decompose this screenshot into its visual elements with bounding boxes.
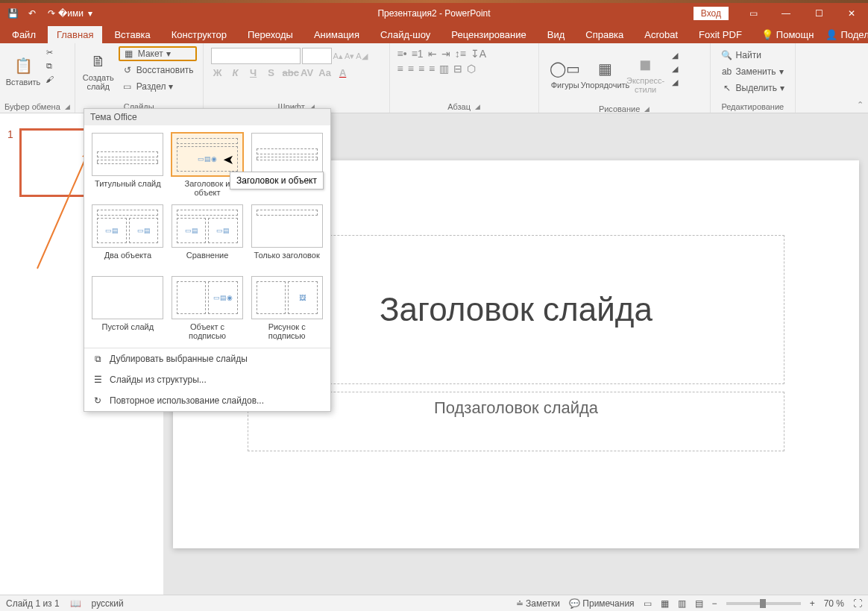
align-text-icon[interactable]: ⊟ — [453, 63, 462, 75]
layout-title-slide[interactable]: Титульный слайд — [90, 131, 166, 198]
decrease-font-icon[interactable]: A▾ — [345, 51, 354, 61]
share-button[interactable]: 👤 Поделиться — [821, 26, 868, 43]
zoom-level[interactable]: 70 % — [824, 598, 844, 609]
find-button[interactable]: 🔍Найти — [718, 48, 764, 63]
quick-styles-button[interactable]: ◼ Экспресс- стили — [627, 48, 664, 100]
tab-acrobat[interactable]: Acrobat — [635, 26, 687, 43]
reuse-slides-item[interactable]: ↻ Повторное использование слайдов... — [84, 390, 330, 411]
tab-view[interactable]: Вид — [538, 26, 574, 43]
reset-button[interactable]: ↺ Восстановить — [119, 63, 197, 78]
status-bar: Слайд 1 из 1 📖 русский ≐ Заметки 💬 Приме… — [0, 595, 868, 611]
normal-view-icon[interactable]: ▭ — [644, 598, 652, 609]
para-launcher-icon[interactable]: ◢ — [475, 103, 480, 110]
spacing-icon[interactable]: AV — [301, 67, 314, 78]
arrange-button[interactable]: ▦ Упорядочить — [587, 48, 624, 100]
format-painter-icon[interactable]: 🖌 — [43, 73, 55, 85]
ribbon: 📋 Вставить ✂ ⧉ 🖌 Буфер обмена ◢ 🗎 Создат… — [0, 43, 868, 113]
tab-animations[interactable]: Анимация — [305, 26, 368, 43]
tab-review[interactable]: Рецензирование — [442, 26, 535, 43]
increase-font-icon[interactable]: A▴ — [333, 51, 343, 61]
paste-button[interactable]: 📋 Вставить — [4, 45, 42, 97]
comments-button[interactable]: 💬 Примечания — [569, 598, 635, 609]
font-color-icon[interactable]: A — [336, 67, 350, 78]
numbering-icon[interactable]: ≡1 — [412, 48, 424, 60]
justify-icon[interactable]: ≡ — [429, 63, 435, 75]
italic-icon[interactable]: К — [229, 67, 242, 78]
shape-effects-icon[interactable]: ◢ — [669, 76, 681, 88]
shape-fill-icon[interactable]: ◢ — [669, 49, 681, 61]
underline-icon[interactable]: Ч — [247, 67, 260, 78]
tab-help[interactable]: Справка — [576, 26, 632, 43]
new-slide-icon: 🗎 — [88, 51, 109, 72]
zoom-slider[interactable] — [726, 602, 801, 605]
text-direction-icon[interactable]: ↧A — [471, 48, 486, 60]
align-right-icon[interactable]: ≡ — [418, 63, 424, 75]
notes-button[interactable]: ≐ Заметки — [516, 598, 560, 609]
case-icon[interactable]: Aa — [318, 67, 332, 78]
replace-button[interactable]: abЗаменить ▾ — [718, 64, 787, 79]
qat-undo-icon[interactable]: ↶ — [25, 7, 39, 20]
copy-icon[interactable]: ⧉ — [43, 60, 55, 72]
group-drawing: ◯▭ Фигуры ▦ Упорядочить ◼ Экспресс- стил… — [539, 43, 711, 113]
layout-two-content[interactable]: ▭▤▭▤ Два объекта — [90, 203, 166, 270]
layout-content-caption[interactable]: ▭▤◉ Объект с подписью — [170, 275, 245, 342]
align-center-icon[interactable]: ≡ — [408, 63, 414, 75]
bold-icon[interactable]: Ж — [211, 67, 224, 78]
language-status[interactable]: русский — [92, 598, 124, 609]
new-slide-button[interactable]: 🗎 Создать слайд — [80, 45, 117, 97]
drawing-launcher-icon[interactable]: ◢ — [644, 105, 650, 113]
tab-transitions[interactable]: Переходы — [239, 26, 302, 43]
tab-slideshow[interactable]: Слайд-шоу — [371, 26, 439, 43]
minimize-icon[interactable]: — — [770, 3, 802, 24]
layout-comparison[interactable]: ▭▤▭▤ Сравнение — [170, 203, 245, 270]
layout-button[interactable]: ▦ Макет ▾ — [119, 46, 197, 61]
line-spacing-icon[interactable]: ↕≡ — [455, 48, 466, 60]
tab-foxit[interactable]: Foxit PDF — [690, 26, 751, 43]
layout-picture-caption[interactable]: 🖼 Рисунок с подписью — [249, 275, 324, 342]
strike-icon[interactable]: abc — [283, 67, 296, 78]
tab-file[interactable]: Файл — [3, 26, 45, 43]
layout-blank[interactable]: Пустой слайд — [90, 275, 166, 342]
bullets-icon[interactable]: ≡• — [397, 48, 407, 60]
zoom-out-icon[interactable]: − — [712, 598, 717, 609]
qat-start-icon[interactable]: �ими — [64, 7, 78, 20]
align-left-icon[interactable]: ≡ — [397, 63, 403, 75]
ribbon-display-icon[interactable]: ▭ — [737, 3, 770, 24]
columns-icon[interactable]: ▥ — [439, 63, 449, 75]
slides-from-outline-item[interactable]: ☰ Слайды из структуры... — [84, 369, 330, 390]
spellcheck-icon[interactable]: 📖 — [70, 598, 81, 609]
cut-icon[interactable]: ✂ — [43, 46, 55, 58]
clipboard-launcher-icon[interactable]: ◢ — [65, 103, 70, 110]
tell-me-button[interactable]: 💡 Помощн — [757, 26, 819, 43]
fit-to-window-icon[interactable]: ⛶ — [853, 598, 862, 609]
qat-save-icon[interactable]: 💾 — [6, 7, 19, 20]
close-icon[interactable]: ✕ — [835, 3, 868, 24]
qat-redo-icon[interactable]: ↷ — [45, 7, 58, 20]
collapse-ribbon-icon[interactable]: ⌃ — [857, 100, 864, 110]
zoom-in-icon[interactable]: + — [810, 598, 815, 609]
font-name-input[interactable] — [211, 48, 301, 64]
arrange-icon: ▦ — [595, 58, 616, 79]
select-button[interactable]: ↖Выделить ▾ — [718, 81, 787, 95]
slideshow-view-icon[interactable]: ▤ — [695, 598, 703, 609]
font-size-input[interactable] — [302, 48, 332, 64]
maximize-icon[interactable]: ☐ — [802, 3, 835, 24]
reading-view-icon[interactable]: ▥ — [678, 598, 686, 609]
duplicate-slides-item[interactable]: ⧉ Дублировать выбранные слайды — [84, 348, 330, 369]
section-button[interactable]: ▭ Раздел ▾ — [119, 79, 197, 94]
smartart-icon[interactable]: ⬡ — [467, 63, 476, 75]
indent-inc-icon[interactable]: ⇥ — [441, 48, 450, 60]
shadow-icon[interactable]: S — [265, 67, 278, 78]
clear-format-icon[interactable]: A◢ — [356, 51, 367, 61]
tab-insert[interactable]: Вставка — [105, 26, 159, 43]
sorter-view-icon[interactable]: ▦ — [661, 598, 669, 609]
indent-dec-icon[interactable]: ⇤ — [428, 48, 437, 60]
qat-dropdown-icon[interactable]: ▾ — [84, 7, 97, 20]
shapes-button[interactable]: ◯▭ Фигуры — [547, 48, 584, 100]
tab-home[interactable]: Главная — [48, 26, 102, 43]
tab-design[interactable]: Конструктор — [163, 26, 236, 43]
layout-title-only[interactable]: Только заголовок — [249, 203, 324, 270]
signin-button[interactable]: Вход — [693, 6, 729, 21]
replace-icon: ab — [721, 66, 733, 78]
shape-outline-icon[interactable]: ◢ — [669, 63, 681, 75]
